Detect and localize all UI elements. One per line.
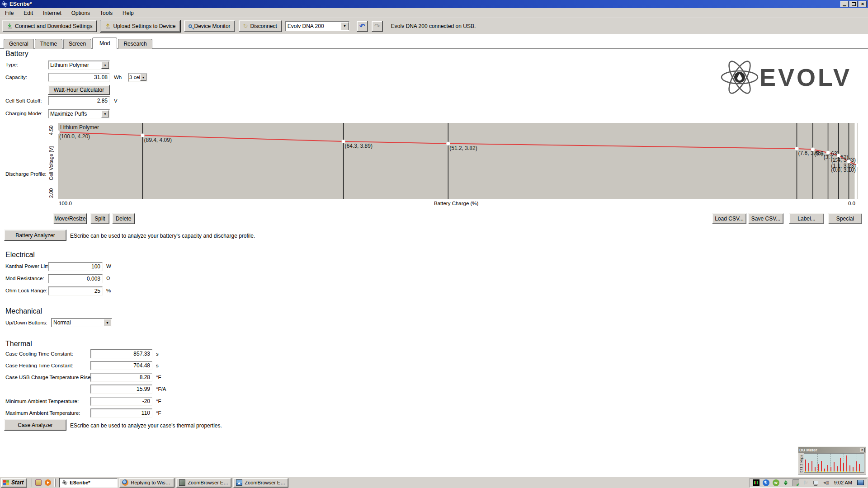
- quick-launch-media-player-icon[interactable]: [45, 479, 51, 486]
- split-button[interactable]: Split: [90, 213, 109, 224]
- du-meter-bar: [824, 469, 825, 472]
- battery-analyzer-button[interactable]: Battery Analyzer: [4, 230, 66, 241]
- kanthal-power-limit-input[interactable]: [48, 263, 102, 271]
- menu-item-file[interactable]: File: [0, 9, 19, 18]
- du-meter-tray-icon[interactable]: [753, 479, 760, 486]
- min-ambient-label: Minimum Ambient Temperature:: [5, 399, 79, 404]
- task-button-escribe[interactable]: EScribe*: [59, 478, 118, 488]
- move-resize-button[interactable]: Move/Resize: [53, 213, 87, 224]
- min-ambient-input[interactable]: [91, 397, 152, 405]
- webroot-tray-icon[interactable]: w: [773, 479, 779, 486]
- case-heating-label: Case Heating Time Constant:: [5, 363, 73, 368]
- svg-text:(64.3, 3.89): (64.3, 3.89): [345, 143, 373, 149]
- quick-launch-folder-icon[interactable]: [35, 479, 42, 486]
- max-ambient-input[interactable]: [91, 409, 152, 417]
- max-ambient-unit: °F: [156, 410, 161, 416]
- task-button-zoombrowser-1[interactable]: ZoomBrowser EX - C:\U...: [176, 478, 231, 488]
- svg-text:(89.4, 4.09): (89.4, 4.09): [144, 137, 172, 143]
- taskbar: Start EScribe* Replying to Wismec Reul..…: [0, 477, 868, 488]
- watt-hour-calculator-button[interactable]: Watt-Hour Calculator: [48, 85, 110, 95]
- cell-count-select[interactable]: 3-cell ▼: [128, 73, 147, 82]
- device-select[interactable]: Evolv DNA 200 ▼: [285, 21, 349, 31]
- charging-mode-select[interactable]: Maximize Puffs ▼: [48, 109, 110, 118]
- kanthal-power-limit-field: [48, 262, 103, 271]
- tab-research[interactable]: Research: [118, 39, 152, 49]
- menu-item-edit[interactable]: Edit: [19, 9, 38, 18]
- ohm-lock-unit-label: %: [106, 288, 111, 293]
- updown-buttons-select[interactable]: Normal ▼: [51, 318, 112, 327]
- upload-settings-button[interactable]: Upload Settings to Device: [100, 20, 180, 32]
- menu-item-internet[interactable]: Internet: [38, 9, 66, 18]
- ohm-lock-range-input[interactable]: [48, 287, 102, 295]
- case-heating-input[interactable]: [91, 361, 152, 370]
- case-analyzer-button[interactable]: Case Analyzer: [4, 419, 66, 431]
- redo-button[interactable]: ↷: [372, 21, 383, 32]
- device-monitor-button[interactable]: Device Monitor: [184, 20, 235, 32]
- flag-icon[interactable]: ⚐: [802, 479, 809, 486]
- firefox-icon: [122, 479, 128, 486]
- ohm-lock-range-label: Ohm Lock Range: ±: [5, 288, 52, 293]
- label-button[interactable]: Label...: [789, 213, 824, 224]
- save-csv-button[interactable]: Save CSV...: [748, 213, 783, 224]
- tab-mod[interactable]: Mod: [92, 38, 117, 49]
- network-activity-icon[interactable]: [783, 479, 789, 486]
- du-meter-bar: [843, 463, 844, 473]
- du-meter-bar: [805, 460, 806, 472]
- special-button[interactable]: Special: [828, 213, 862, 224]
- undo-button[interactable]: ↶: [357, 21, 368, 32]
- du-meter-bar: [837, 466, 838, 472]
- magnifier-icon: [189, 24, 192, 28]
- max-ambient-label: Maximum Ambient Temperature:: [5, 410, 80, 416]
- case-cooling-input[interactable]: [91, 350, 152, 358]
- task-button-zoombrowser-2[interactable]: ZoomBrowser EX - C:\Us...: [233, 478, 288, 488]
- task-button-firefox[interactable]: Replying to Wismec Reul...: [119, 478, 175, 488]
- display-settings-icon[interactable]: [857, 480, 864, 485]
- du-meter-titlebar[interactable]: DU Meter ✕: [798, 447, 866, 453]
- max-ambient-field: [90, 408, 152, 418]
- mod-resistance-input[interactable]: [48, 275, 102, 283]
- start-button[interactable]: Start: [1, 478, 27, 488]
- du-meter-bar: [830, 467, 831, 472]
- download-icon: [7, 23, 13, 29]
- delete-button[interactable]: Delete: [112, 213, 135, 224]
- cell-soft-cutoff-input[interactable]: [48, 97, 109, 105]
- connect-download-button[interactable]: Connect and Download Settings: [2, 20, 97, 32]
- mod-resistance-unit-label: Ω: [106, 276, 110, 281]
- usb-rise-rate-unit: °F/A: [156, 386, 166, 392]
- chevron-down-icon: ▼: [101, 110, 109, 117]
- du-meter-bar: [853, 467, 854, 472]
- undo-icon: ↶: [359, 23, 365, 29]
- close-button[interactable]: ✕: [859, 1, 867, 7]
- load-csv-button[interactable]: Load CSV...: [712, 213, 746, 224]
- min-ambient-unit: °F: [156, 399, 161, 404]
- case-cooling-field: [90, 349, 152, 358]
- maximize-button[interactable]: [849, 1, 858, 7]
- network-connection-icon[interactable]: [812, 479, 819, 486]
- minimize-button[interactable]: [840, 1, 849, 7]
- chart-series-title: Lithium Polymer: [60, 124, 99, 131]
- tab-theme[interactable]: Theme: [35, 39, 62, 49]
- tab-screen[interactable]: Screen: [63, 39, 91, 49]
- chevron-down-icon: ▼: [140, 74, 146, 81]
- disconnect-button[interactable]: ↻ Disconnect: [239, 20, 282, 32]
- usb-safely-remove-icon[interactable]: [793, 479, 799, 486]
- title-bar: EScribe* ✕: [0, 0, 868, 8]
- battery-capacity-input[interactable]: [48, 73, 109, 81]
- menu-item-tools[interactable]: Tools: [95, 9, 118, 18]
- du-meter-close-icon[interactable]: ✕: [860, 448, 865, 452]
- sync-tray-icon[interactable]: ↻: [763, 479, 769, 486]
- tab-general[interactable]: General: [4, 39, 34, 49]
- du-meter-widget[interactable]: DU Meter ✕: [798, 446, 866, 474]
- battery-type-select[interactable]: Lithium Polymer ▼: [48, 61, 110, 70]
- chevron-down-icon: ▼: [101, 61, 109, 69]
- case-cooling-label: Case Cooling Time Constant:: [5, 351, 73, 357]
- usb-rise-input[interactable]: [91, 373, 152, 381]
- connection-status: Evolv DNA 200 connected on USB.: [391, 23, 476, 29]
- volume-icon[interactable]: ◄))): [822, 479, 829, 486]
- usb-rise-rate-input[interactable]: [91, 385, 152, 393]
- menu-item-options[interactable]: Options: [66, 9, 95, 18]
- menu-item-help[interactable]: Help: [118, 9, 139, 18]
- cell-soft-cutoff-label: Cell Soft Cutoff:: [5, 98, 42, 103]
- discharge-chart[interactable]: (100.0, 4.20)(89.4, 4.09)(64.3, 3.89)(51…: [58, 123, 858, 199]
- divider: [54, 479, 56, 487]
